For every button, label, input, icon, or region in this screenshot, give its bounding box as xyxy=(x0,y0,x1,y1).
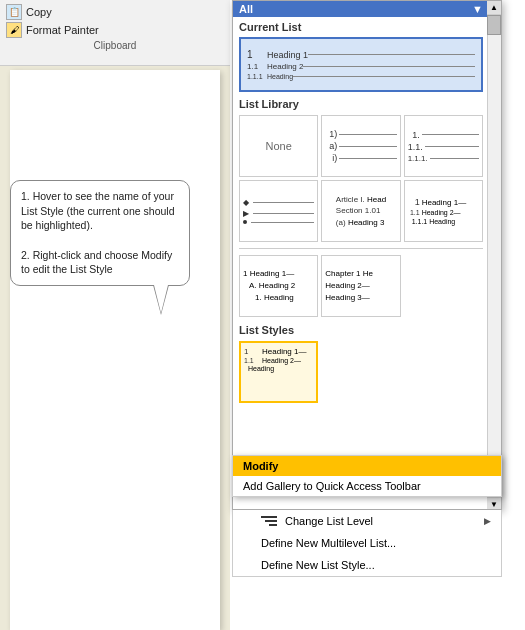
define-multilevel-item[interactable]: Define New Multilevel List... xyxy=(233,532,501,554)
format-painter-row[interactable]: 🖌 Format Painter xyxy=(6,22,224,38)
dropdown-scrollbar[interactable]: ▲ ▼ xyxy=(487,1,501,510)
list-library-section-label: List Library xyxy=(233,94,489,112)
define-multilevel-label: Define New Multilevel List... xyxy=(261,537,396,549)
bottom-menu: Change List Level ▶ Define New Multileve… xyxy=(232,510,502,577)
list-level-icon xyxy=(261,516,277,526)
change-list-level-label: Change List Level xyxy=(285,515,373,527)
tooltip-text2: 2. Right-click and choose Modify to edit… xyxy=(21,249,172,276)
library-item-none[interactable]: None xyxy=(239,115,318,177)
scroll-arrow-down[interactable]: ▼ xyxy=(487,497,501,510)
library-item-empty xyxy=(404,255,483,317)
document-area xyxy=(10,70,220,630)
tooltip-bubble: 1. Hover to see the name of your List St… xyxy=(10,180,190,286)
change-list-level-item[interactable]: Change List Level ▶ xyxy=(233,510,501,532)
current-list-row-1: 1 Heading 1 xyxy=(247,49,475,60)
add-gallery-label: Add Gallery to Quick Access Toolbar xyxy=(243,480,421,492)
context-add-gallery-item[interactable]: Add Gallery to Quick Access Toolbar xyxy=(233,476,501,496)
scroll-arrow-up[interactable]: ▲ xyxy=(487,1,501,15)
modify-label: Modify xyxy=(243,460,278,472)
clipboard-label: Clipboard xyxy=(6,40,224,51)
library-item-decimal[interactable]: 1. 1.1. 1.1.1. xyxy=(404,115,483,177)
format-painter-label: Format Painter xyxy=(26,24,99,36)
list-styles-grid: 1Heading 1— 1.1Heading 2— Heading xyxy=(233,338,489,406)
current-list-section-label: Current List xyxy=(233,17,489,35)
current-list-row-3: 1.1.1 Heading xyxy=(247,73,475,80)
list-styles-section-label: List Styles xyxy=(233,320,489,338)
define-style-item[interactable]: Define New List Style... xyxy=(233,554,501,576)
library-grid-2: 1 Heading 1— A. Heading 2 1. Heading Cha… xyxy=(233,252,489,320)
current-list-row-2: 1.1 Heading 2 xyxy=(247,62,475,71)
copy-label: Copy xyxy=(26,6,52,18)
library-divider xyxy=(239,248,483,249)
all-dropdown-header[interactable]: All ▼ xyxy=(233,1,489,17)
scroll-thumb[interactable] xyxy=(487,15,501,35)
submenu-arrow: ▶ xyxy=(484,516,491,526)
library-item-1ai[interactable]: 1) a) i) xyxy=(321,115,400,177)
panel-content: All ▼ Current List 1 Heading 1 1.1 Headi… xyxy=(233,1,489,510)
copy-row[interactable]: 📋 Copy xyxy=(6,4,224,20)
library-item-article[interactable]: Article I. Head Section 1.01 (a) Heading… xyxy=(321,180,400,242)
copy-icon: 📋 xyxy=(6,4,22,20)
library-item-heading-a[interactable]: 1 Heading 1— A. Heading 2 1. Heading xyxy=(239,255,318,317)
list-dropdown-panel: All ▼ Current List 1 Heading 1 1.1 Headi… xyxy=(232,0,502,510)
library-item-bullets[interactable]: ◆ ▶ xyxy=(239,180,318,242)
ribbon-clipboard-section: 📋 Copy 🖌 Format Painter Clipboard xyxy=(0,0,230,66)
context-modify-item[interactable]: Modify xyxy=(233,456,501,476)
current-list-item[interactable]: 1 Heading 1 1.1 Heading 2 1.1.1 Heading xyxy=(239,37,483,92)
context-menu: Modify Add Gallery to Quick Access Toolb… xyxy=(232,455,502,497)
library-grid: None 1) a) i) 1. 1.1. 1.1.1. ◆ ▶ xyxy=(233,112,489,245)
all-dropdown-arrow: ▼ xyxy=(472,3,483,15)
list-styles-item-highlighted[interactable]: 1Heading 1— 1.1Heading 2— Heading xyxy=(239,341,318,403)
format-painter-icon: 🖌 xyxy=(6,22,22,38)
library-item-heading1[interactable]: 1Heading 1— 1.1Heading 2— 1.1.1 Heading xyxy=(404,180,483,242)
all-label: All xyxy=(239,3,253,15)
tooltip-text: 1. Hover to see the name of your List St… xyxy=(21,190,175,231)
library-item-chapter[interactable]: Chapter 1 He Heading 2— Heading 3— xyxy=(321,255,400,317)
define-style-label: Define New List Style... xyxy=(261,559,375,571)
